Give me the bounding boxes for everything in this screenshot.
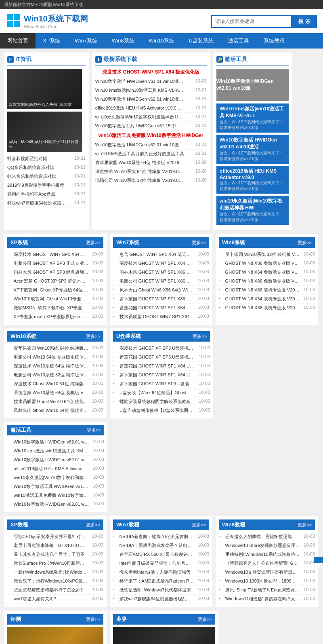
win7-more-link[interactable]: 更多>> — [192, 240, 206, 246]
win7-tutorial-more[interactable]: 更多>> — [192, 522, 206, 528]
dl-link[interactable]: 青苹果家园 Win10系统 64位 纯净版 V2019.08 — [95, 160, 185, 166]
nav-item-xp[interactable]: XP系统 — [36, 33, 67, 49]
win8-tut-link[interactable]: Windows10 Store发现多款恶意应用，... — [225, 543, 300, 549]
act-tool-link[interactable]: Win10数字激活工具 HWIDGen v51.15 ... — [14, 484, 89, 490]
news-link[interactable]: 2019年9月影像旗手手机推荐 — [7, 182, 70, 188]
search-button[interactable]: 搜 索 — [292, 15, 317, 28]
xp-more-link[interactable]: 更多>> — [86, 240, 100, 246]
dl-link[interactable]: Win10数字激活 HWIDGen v61.01 win10激活工具... — [95, 78, 185, 84]
act-tool-link[interactable]: Win10数字激活 HWIDGen v62.01 win... — [14, 457, 89, 463]
udisk-more-link[interactable]: 更多>> — [193, 334, 207, 340]
xp-link[interactable]: Win10下载官网_Ghsot Win10专业版 6... — [14, 296, 89, 302]
act-item-3[interactable]: win10永久激活|Win10数字权利激活神器 HWI 这次，Win10下载网给… — [216, 196, 289, 225]
win7-link[interactable]: 雨林木风 GHOST WIN7 SP1 X86 经典... — [120, 269, 195, 275]
win7-link[interactable]: 惠普 GHOST WIN7 SP1 X64 笔记本专... — [120, 251, 195, 258]
nav-item-tutorial[interactable]: 系统教程 — [256, 33, 292, 49]
act-tool-link[interactable]: Win10 kms激活|win10激活工具 KMS-... — [14, 448, 89, 454]
nav-item-win10[interactable]: Win10系统 — [142, 33, 182, 49]
win8-tut-link[interactable]: 《荒野镖客之人》公布推存配置: GTX... — [225, 560, 300, 566]
xp-tut-link[interactable]: 谷歌CEO表示安卓开发并不是针对苹果 — [14, 534, 89, 540]
dl-link[interactable]: 深度技术 Win10系统 64位 纯净版 V2019.09_Win10... — [95, 169, 185, 175]
news-link[interactable]: 好用的手机和平App盘点 — [7, 191, 70, 197]
act-item-0[interactable]: Win10 kms激活|win10激活工具 KMS-VL-ALL 这次，Win1… — [216, 103, 289, 133]
win7-link[interactable]: 深度技术 GHOST WIN7 SP1 X64 中秋... — [120, 260, 195, 266]
win10-link[interactable]: 深度技术 Win10系统 64位 纯净版 V2019 — [14, 363, 89, 369]
xp-tut-link[interactable]: 老显卡再次迎来降价，GTX1070T部分已 — [14, 543, 89, 549]
xp-tut-link[interactable]: 微软乐了：运行Windows10的PC装备也... — [14, 578, 89, 584]
dl-highlight2[interactable]: win10激活工具免费版 Win10数字激活 HWIDGer — [95, 132, 207, 139]
win8-tut-link[interactable]: 重磅特别! Windows10系统或许将替主机 — [225, 551, 300, 557]
xp-link[interactable]: 深度技术 GHOST WIN7 SP1 X64 极速... — [14, 251, 89, 258]
win8-link[interactable]: GHOST WIN8 X64 免激活专业版 V201... — [225, 269, 300, 275]
dl-link[interactable]: win10 KMS激活工具目前为止最好的激活工具 — [95, 151, 185, 157]
act-tool-link[interactable]: win10激活工具免费版 Win10数字激活工具 H — [14, 492, 89, 498]
udisk-link[interactable]: 罗卜家园 GHOST WIN7 SP1 X64 U盘... — [120, 372, 195, 378]
dl-highlight1[interactable]: 深度技术 GHOST WIN7 SP1 X64 极速优化版 — [95, 69, 207, 76]
win7-link[interactable]: 罗卜家园 GHOST WIN7 SP1 X86 极速... — [120, 296, 195, 302]
udisk-link[interactable]: 深度技术 GHOST XP SP3 U盘装机优化版 — [120, 345, 195, 351]
win8-link[interactable]: GHOST WIN8 X64 装机专业版 V2017... — [225, 296, 300, 302]
wechat-float-button[interactable]: 微信 — [314, 557, 323, 563]
win8-link[interactable]: GHOST WIN8 X86 装机专业版 V2017... — [225, 287, 300, 293]
udisk-link[interactable]: 罗卜家园 GHOST WIN7 SP3 U盘装机极速版 — [120, 381, 195, 387]
win8-link[interactable]: GHOST WIN8 X86 免激活专业版 V201... — [225, 260, 300, 266]
win8-tut-link[interactable]: 腾讯: Sling TV新增了对Edge浏览器的支 — [225, 587, 300, 593]
news-link[interactable]: QQ音乐和酷狗音乐对比 — [7, 165, 70, 171]
act-tool-more-link[interactable]: 更多>> — [87, 427, 101, 433]
win8-more-link[interactable]: 更多>> — [298, 240, 312, 246]
win7-tut-link[interactable]: NVIDIA新走向：徒筹70亿美元攻彻服务器 — [120, 534, 195, 540]
win7-link[interactable]: 番茄花园 GHOST WIN7 SP1 X64 装机... — [120, 305, 195, 311]
review-more[interactable]: 更多>> — [86, 617, 100, 623]
act-tool-link[interactable]: win10永久激活|Win10数字权利和激活神器... — [14, 475, 89, 481]
win7-tut-link[interactable]: 解决win7旗舰版64位浏览器出现乱码... — [120, 596, 195, 602]
win10-link[interactable]: 青苹果家园 Win10系统 64位 纯净版 V2... — [14, 345, 89, 351]
win7-tut-link[interactable]: 速宝石AMD RX 560 XT显卡数差评测：... — [120, 551, 195, 557]
xp-link[interactable]: Acer 宏基 GHOST XP SP3 笔记本通用... — [14, 278, 89, 284]
win7-link[interactable]: 风林火山 Ghost Win8 X86 64位 Win8优化... — [120, 287, 195, 293]
dl-link[interactable]: win10永久激活|Win10数字权利激活神器 HWIDGen ... — [95, 114, 185, 120]
act-item-2[interactable]: office2019激活 HEU KMS Activator v19.0 这次，… — [216, 166, 289, 194]
nav-item-activation[interactable]: 激活工具 — [221, 33, 256, 49]
dl-link[interactable]: Win10数字激活工具 HWIDGen v51.15 中文版（完... — [95, 123, 185, 129]
xp-link[interactable]: XP下载官网_Ghsot XP专业版 64位 专业版 — [14, 287, 89, 293]
search-input[interactable] — [211, 15, 292, 28]
nav-item-win7[interactable]: Win7系统 — [67, 33, 105, 49]
dl-link[interactable]: 电脑公司 Win10系统 32位 纯净版 V2019.09_Win10... — [95, 177, 185, 184]
win8-tut-link[interactable]: 还有这么大的弊端，竟比拓数还能前半 — [225, 534, 300, 540]
act-item-1[interactable]: Win10数字激活 HWIDGen v62.01 win10激活 这次，Win1… — [216, 135, 289, 164]
xp-tut-link[interactable]: win7讲述人如何关闭? — [14, 596, 89, 602]
win7-tut-link[interactable]: Intel全面升级破显显驱动：与年月上线! — [120, 560, 195, 566]
udisk-link[interactable]: 番茄花园 GHOST WIN7 SP1 X64 U盘... — [120, 363, 195, 369]
win8-tut-link[interactable]: Windows10 1903同世在即，1809版本... — [225, 578, 300, 584]
dl-link[interactable]: Win10 kms激活|win10激活工具 KMS-VL-ALL 7.0 — [95, 87, 185, 93]
udisk-link[interactable]: 番茄花园 GHOST XP SP3 U盘装机正式版 — [120, 354, 195, 360]
xp-tut-link[interactable]: 桌面桌都那些桌椅都不行了怎么办? — [14, 587, 89, 593]
win8-tut-link[interactable]: 'Windows11概念版' 真的存在吗？元能... — [225, 596, 300, 602]
win7-tut-link[interactable]: 慢来看看Inter游港：人际问题演强势 — [120, 569, 195, 575]
win8-link[interactable]: GHOST WIN8 X86 装机专业版 V2019... — [225, 305, 300, 311]
win8-tutorial-more[interactable]: 更多>> — [298, 522, 312, 528]
win7-link[interactable]: 技术员联盟 GHOST WIN7 SP1 X64 济... — [120, 314, 195, 320]
win10-link[interactable]: 电脑公司 Win10 64位 专业版系统 V2019 — [14, 354, 89, 360]
win7-link[interactable]: 电脑公司 GHOST WIN7 SP1 X86 正式... — [120, 278, 195, 284]
win7-tut-link[interactable]: 终于来了：AMD正式发布Radeon Rays... — [120, 578, 195, 584]
xp-tut-link[interactable]: 一新代Windows系统曝光: 比Windows... — [14, 569, 89, 575]
dl-link[interactable]: Win10数字激活 HWIDGen v62.01 win10激活工具... — [95, 142, 185, 148]
news-link[interactable]: 抖音和视频区别对比 — [7, 156, 70, 162]
udisk-link[interactable]: U盘安装【Win7 64位精品】Ghost Win... — [120, 390, 195, 396]
act-tool-link[interactable]: Win10数字激活 HWIDGen v62.01 win... — [14, 501, 89, 507]
news-link[interactable]: 虾米音乐和酷狗音乐对比 — [7, 173, 70, 179]
act-tool-link[interactable]: office2019激活 HEU KMS Activator v1... — [14, 466, 89, 472]
win10-link[interactable]: 系统之家 Win10系统 64位 装机版 V2019 — [14, 390, 89, 396]
win10-more-link[interactable]: 更多>> — [86, 334, 100, 340]
nav-item-win8[interactable]: Win8系统 — [105, 33, 142, 49]
win8-tut-link[interactable]: Windows10文件资源管理器有所想出UI... — [225, 569, 300, 575]
xp-tut-link[interactable]: 显卡其实有分成这几个尺寸，千万不 — [14, 551, 89, 557]
udisk-link[interactable]: U盘启动盘制作教程【U盘装系统图解教... — [120, 408, 195, 414]
dl-link[interactable]: Win10数字激活 HWIDGen v62.01 win10激活工具... — [95, 96, 185, 102]
nav-item-udisk[interactable]: U盘装系统 — [181, 33, 220, 49]
win10-link[interactable]: 深度技术 Ghost Win10 64位 纯净版 V2019 — [14, 381, 89, 387]
xp-tut-link[interactable]: 微软Surface Pro 3为Win10再新新固件... — [14, 560, 89, 566]
xp-tutorial-more[interactable]: 更多>> — [86, 522, 100, 528]
act-tool-link[interactable]: Win10数字激活 HWIDGen v62.01 win... — [14, 439, 89, 445]
